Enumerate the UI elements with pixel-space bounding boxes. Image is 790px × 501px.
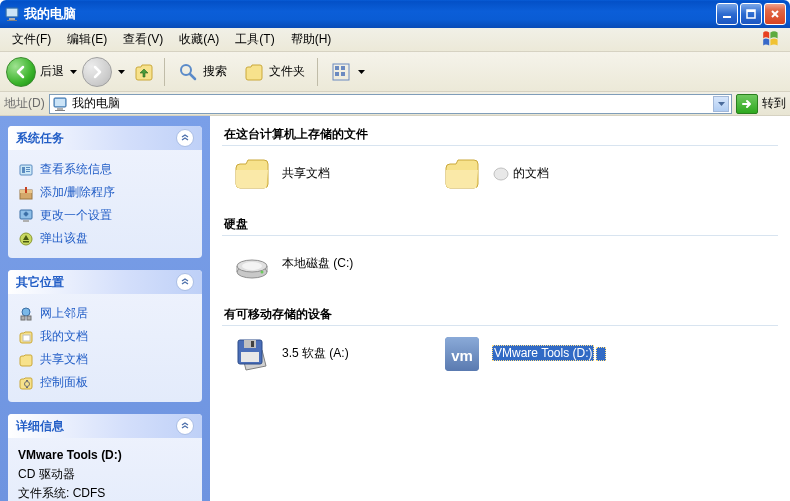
panel-header-other-places[interactable]: 其它位置 (8, 270, 202, 294)
eject-icon (18, 231, 34, 247)
svg-rect-10 (341, 66, 345, 70)
up-button[interactable] (130, 58, 158, 86)
item-vmware-tools-d[interactable]: vm VMware Tools (D:) (442, 334, 622, 374)
item-floppy-a[interactable]: 3.5 软盘 (A:) (232, 334, 412, 374)
section-removable: 有可移动存储的设备 (222, 302, 778, 326)
task-change-setting[interactable]: 更改一个设置 (18, 204, 192, 227)
svg-rect-44 (251, 341, 254, 347)
svg-rect-21 (26, 171, 30, 172)
task-label: 添加/删除程序 (40, 184, 115, 201)
back-dropdown[interactable] (68, 70, 78, 74)
svg-rect-26 (23, 220, 29, 222)
task-label: 查看系统信息 (40, 161, 112, 178)
svg-text:vm: vm (451, 347, 473, 364)
floppy-icon (232, 334, 272, 374)
package-icon (18, 185, 34, 201)
back-label: 后退 (40, 63, 64, 80)
panel-system-tasks: 系统任务 查看系统信息 添加/删除程序 更改一个设置 弹出该 (8, 126, 202, 258)
menu-tools[interactable]: 工具(T) (227, 29, 282, 50)
separator (164, 58, 165, 86)
svg-rect-3 (7, 20, 17, 21)
folders-button[interactable]: 文件夹 (237, 58, 311, 86)
svg-point-30 (22, 308, 30, 316)
svg-rect-9 (335, 66, 339, 70)
back-button[interactable] (6, 57, 36, 87)
sidebar: 系统任务 查看系统信息 添加/删除程序 更改一个设置 弹出该 (0, 116, 210, 501)
search-button[interactable]: 搜索 (171, 58, 233, 86)
svg-rect-14 (55, 99, 65, 106)
go-label: 转到 (762, 95, 786, 112)
computer-icon (4, 6, 20, 22)
svg-rect-36 (26, 387, 28, 388)
svg-rect-15 (57, 108, 63, 110)
panel-title: 系统任务 (16, 130, 64, 147)
svg-rect-20 (26, 169, 30, 170)
address-bar: 地址(D) 我的电脑 转到 (0, 92, 790, 116)
svg-rect-33 (23, 335, 30, 341)
menu-file[interactable]: 文件(F) (4, 29, 59, 50)
vm-icon: vm (442, 334, 482, 374)
svg-rect-29 (23, 241, 29, 243)
info-icon (18, 162, 34, 178)
address-value: 我的电脑 (72, 95, 120, 112)
section-hard-drives: 硬盘 (222, 212, 778, 236)
menu-edit[interactable]: 编辑(E) (59, 29, 115, 50)
folder-icon (232, 154, 272, 194)
item-user-docs[interactable]: 的文档 (442, 154, 622, 194)
maximize-button[interactable] (740, 3, 762, 25)
chevron-up-icon (176, 129, 194, 147)
menu-favorites[interactable]: 收藏(A) (171, 29, 227, 50)
item-label: 3.5 软盘 (A:) (282, 346, 349, 362)
item-label: 共享文档 (282, 166, 330, 182)
item-label: 的文档 (492, 166, 549, 182)
selection-grip-icon (596, 347, 606, 361)
panel-header-system-tasks[interactable]: 系统任务 (8, 126, 202, 150)
svg-rect-24 (25, 187, 27, 193)
svg-rect-18 (22, 167, 25, 173)
hard-drive-icon (232, 244, 272, 284)
svg-rect-35 (26, 380, 28, 381)
task-label: 网上邻居 (40, 305, 88, 322)
forward-button[interactable] (82, 57, 112, 87)
section-stored-files: 在这台计算机上存储的文件 (222, 122, 778, 146)
separator (317, 58, 318, 86)
svg-rect-2 (9, 18, 15, 20)
close-button[interactable] (764, 3, 786, 25)
window-title: 我的电脑 (24, 5, 716, 23)
item-local-disk-c[interactable]: 本地磁盘 (C:) (232, 244, 412, 284)
go-button[interactable] (736, 94, 758, 114)
task-add-remove[interactable]: 添加/删除程序 (18, 181, 192, 204)
item-shared-docs[interactable]: 共享文档 (232, 154, 412, 194)
windows-flag-icon (762, 30, 786, 50)
forward-dropdown[interactable] (116, 70, 126, 74)
svg-rect-6 (747, 10, 755, 12)
svg-point-37 (494, 168, 508, 180)
task-label: 更改一个设置 (40, 207, 112, 224)
panel-other-places: 其它位置 网上邻居 我的文档 共享文档 控制面板 (8, 270, 202, 402)
search-label: 搜索 (203, 63, 227, 80)
details-type: CD 驱动器 (18, 465, 192, 484)
folder-icon (18, 352, 34, 368)
item-label: 本地磁盘 (C:) (282, 256, 353, 272)
task-eject[interactable]: 弹出该盘 (18, 227, 192, 250)
task-control-panel[interactable]: 控制面板 (18, 371, 192, 394)
menu-view[interactable]: 查看(V) (115, 29, 171, 50)
task-label: 我的文档 (40, 328, 88, 345)
task-shared-docs[interactable]: 共享文档 (18, 348, 192, 371)
address-dropdown[interactable] (713, 96, 729, 112)
chevron-up-icon (176, 273, 194, 291)
task-system-info[interactable]: 查看系统信息 (18, 158, 192, 181)
settings-icon (18, 208, 34, 224)
task-my-documents[interactable]: 我的文档 (18, 325, 192, 348)
views-button[interactable] (324, 58, 371, 86)
minimize-button[interactable] (716, 3, 738, 25)
address-input[interactable]: 我的电脑 (49, 94, 732, 114)
menu-help[interactable]: 帮助(H) (283, 29, 340, 50)
svg-point-41 (261, 271, 264, 274)
chevron-up-icon (176, 417, 194, 435)
task-network[interactable]: 网上邻居 (18, 302, 192, 325)
task-label: 共享文档 (40, 351, 88, 368)
task-label: 控制面板 (40, 374, 88, 391)
folder-icon (18, 329, 34, 345)
panel-header-details[interactable]: 详细信息 (8, 414, 202, 438)
